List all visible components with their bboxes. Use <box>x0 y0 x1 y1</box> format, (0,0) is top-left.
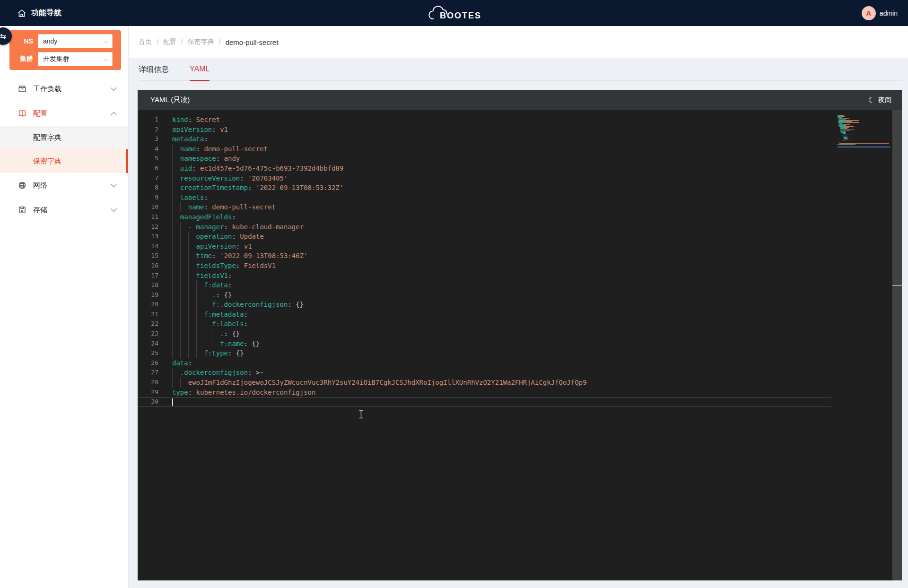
code-line: 15time: '2022-09-13T08:53:46Z' <box>138 251 831 261</box>
cluster-select-value: 开发集群 <box>43 55 70 63</box>
code-line: 10name: demo-pull-secret <box>138 202 831 212</box>
chevron-down-icon <box>111 181 117 187</box>
sidebar-subitem-label: 保密字典 <box>33 157 61 166</box>
line-number: 27 <box>138 368 158 378</box>
code-area[interactable]: 1kind: Secret2apiVersion: v13metadata:4n… <box>138 110 902 580</box>
line-number: 4 <box>138 144 158 154</box>
breadcrumb-separator: / <box>181 38 183 46</box>
night-mode-toggle[interactable]: ☾ 夜间 <box>868 96 891 104</box>
scrollbar-thumb-mark <box>892 285 902 286</box>
line-number: 30 <box>138 397 158 407</box>
breadcrumb-config[interactable]: 配置 <box>163 38 176 46</box>
code-line: 28ewoJImF1dGhzIjogewoJCSJyZWcucnVuc3RhY2… <box>138 378 831 388</box>
collapse-icon: ⇆ <box>0 32 6 41</box>
code-line: 26data: <box>138 358 831 368</box>
line-text: .dockerconfigjson: >- <box>172 368 831 378</box>
sidebar-item-network[interactable]: 网络 <box>0 173 128 198</box>
sidebar-item-config[interactable]: 配置 <box>0 101 128 126</box>
code-line: 23.: {} <box>138 329 831 339</box>
cluster-label: 集群 <box>9 55 38 63</box>
scrollbar[interactable] <box>892 110 902 580</box>
line-text: apiVersion: v1 <box>172 242 831 251</box>
line-number: 15 <box>138 251 158 261</box>
username: admin <box>880 9 898 17</box>
line-text: .: {} <box>172 290 831 300</box>
minimap[interactable] <box>838 115 891 147</box>
code-line: 25f:type: {} <box>138 348 831 358</box>
namespace-select-value: andy <box>43 37 57 45</box>
sidebar-item-workloads[interactable]: 工作负载 <box>0 77 128 101</box>
line-text: kind: Secret <box>172 115 831 125</box>
line-text: f:metadata: <box>172 310 831 320</box>
line-number: 1 <box>138 115 158 125</box>
cluster-select[interactable]: 开发集群 <box>38 52 113 66</box>
main-content: 详细信息 YAML YAML (只读) ☾ 夜间 1kind: Secret2a… <box>129 58 908 588</box>
code-line: 27.dockerconfigjson: >- <box>138 368 831 378</box>
line-number: 11 <box>138 212 158 222</box>
namespace-select[interactable]: andy <box>38 34 113 48</box>
user-menu[interactable]: A admin <box>862 0 898 26</box>
sidebar-item-label: 工作负载 <box>33 85 61 94</box>
sidebar-menu: 工作负载 配置 配置字典 保密字典 网络 存储 <box>0 77 128 222</box>
line-text: ewoJImF1dGhzIjogewoJCSJyZWcucnVuc3RhY2su… <box>172 378 831 388</box>
config-icon <box>18 109 26 118</box>
sidebar-subitem-label: 配置字典 <box>33 133 61 142</box>
line-text: time: '2022-09-13T08:53:46Z' <box>172 251 831 261</box>
chevron-down-icon <box>104 39 108 43</box>
tab-details[interactable]: 详细信息 <box>139 65 169 81</box>
editor-header: YAML (只读) ☾ 夜间 <box>138 90 902 110</box>
breadcrumb-secret-dict[interactable]: 保密字典 <box>188 38 214 46</box>
code-line: 16fieldsType: FieldsV1 <box>138 261 831 271</box>
sidebar-subitem-configmap[interactable]: 配置字典 <box>0 126 128 149</box>
line-number: 26 <box>138 358 158 368</box>
home-icon <box>17 9 26 18</box>
code-line: 9labels: <box>138 193 831 203</box>
line-number: 8 <box>138 183 158 193</box>
sidebar-subitem-secret[interactable]: 保密字典 <box>0 149 128 173</box>
sidebar-item-label: 配置 <box>33 109 47 118</box>
code-line: 6uid: ec1d457e-5d76-475c-b693-7392d4bbfd… <box>138 164 831 173</box>
line-text: f:name: {} <box>172 339 831 349</box>
line-text: managedFields: <box>172 212 831 222</box>
code-line: 1kind: Secret <box>138 115 831 125</box>
chevron-down-icon <box>111 206 117 212</box>
line-text: resourceVersion: '20703405' <box>172 173 831 183</box>
moon-icon: ☾ <box>868 96 875 104</box>
line-text: fieldsType: FieldsV1 <box>172 261 831 271</box>
line-number: 7 <box>138 173 158 183</box>
code-line: 2apiVersion: v1 <box>138 125 831 135</box>
line-text: name: demo-pull-secret <box>172 202 831 212</box>
tab-yaml[interactable]: YAML <box>190 65 210 81</box>
line-number: 22 <box>138 319 158 329</box>
text-caret <box>172 398 173 406</box>
line-text: f:.dockerconfigjson: {} <box>172 300 831 310</box>
breadcrumb-separator: / <box>157 38 158 46</box>
night-mode-label: 夜间 <box>878 96 891 104</box>
sidebar-item-storage[interactable]: 存储 <box>0 198 128 222</box>
yaml-editor-panel: YAML (只读) ☾ 夜间 1kind: Secret2apiVersion:… <box>138 90 902 580</box>
line-text: creationTimestamp: '2022-09-13T08:53:32Z… <box>172 183 831 193</box>
nav-home-button[interactable]: 功能导航 <box>17 0 61 26</box>
line-text: f:type: {} <box>172 348 831 358</box>
code-line: 3metadata: <box>138 134 831 144</box>
sidebar: ⇆ NS andy 集群 开发集群 工作负载 配置 <box>0 26 129 588</box>
line-text: f:data: <box>172 280 831 290</box>
line-text: apiVersion: v1 <box>172 125 831 135</box>
line-number: 17 <box>138 271 158 281</box>
line-text: uid: ec1d457e-5d76-475c-b693-7392d4bbfd8… <box>172 164 831 173</box>
line-number: 2 <box>138 125 158 135</box>
breadcrumb-home[interactable]: 首页 <box>139 38 152 46</box>
text-cursor-pointer <box>358 410 364 419</box>
line-text: metadata: <box>172 134 831 144</box>
line-text: labels: <box>172 193 831 203</box>
line-text: type: kubernetes.io/dockerconfigjson <box>172 388 831 398</box>
line-text: name: demo-pull-secret <box>172 144 831 154</box>
tab-bar: 详细信息 YAML <box>139 58 902 81</box>
code-line: 13operation: Update <box>138 232 831 242</box>
storage-icon <box>18 206 26 214</box>
line-text <box>172 397 831 407</box>
line-number: 13 <box>138 232 158 242</box>
code-line: 14apiVersion: v1 <box>138 242 831 251</box>
code-line: 18f:data: <box>138 280 831 290</box>
line-number: 20 <box>138 300 158 310</box>
